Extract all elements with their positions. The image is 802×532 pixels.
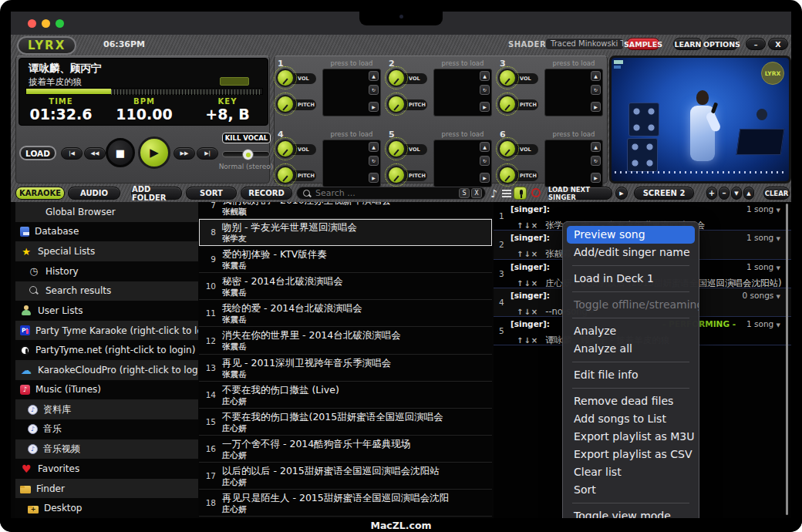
- song-row[interactable]: 12 消失在你的世界里 - 2014台北破浪演唱会 张震岳: [199, 327, 492, 354]
- close-button[interactable]: X: [768, 38, 788, 50]
- sample-slot[interactable]: ▲ ↻ ▶: [433, 69, 492, 116]
- sidebar-item[interactable]: ♪ 资料库: [15, 399, 198, 419]
- menu-item-clear-list[interactable]: Clear list: [563, 463, 699, 481]
- sidebar-item[interactable]: Finder: [15, 479, 198, 499]
- move-up-button[interactable]: ▲: [743, 187, 754, 200]
- reorder-remove-icons[interactable]: ↑↓×: [517, 279, 538, 288]
- zoom-out-button[interactable]: –: [719, 187, 730, 200]
- next-track-button[interactable]: ▶|: [197, 147, 218, 160]
- play-sample-icon[interactable]: ▶: [480, 102, 490, 112]
- loop-icon[interactable]: ↻: [369, 156, 379, 166]
- sample-slot[interactable]: ▲ ↻ ▶: [322, 69, 381, 116]
- play-sample-icon[interactable]: ▶: [591, 102, 601, 112]
- pitch-knob[interactable]: [276, 166, 295, 184]
- zoom-traffic-light[interactable]: [56, 19, 64, 28]
- sample-slot[interactable]: ▲ ↻ ▶: [322, 140, 381, 187]
- learn-button[interactable]: LEARN: [673, 38, 703, 50]
- menu-item-remove-dead-files[interactable]: Remove dead files: [563, 392, 699, 410]
- loop-icon[interactable]: ↻: [591, 85, 601, 95]
- sidebar-item[interactable]: ★ Special Lists: [15, 241, 198, 261]
- reorder-remove-icons[interactable]: ↑↓×: [517, 308, 538, 316]
- song-count-dropdown[interactable]: 0 songs ▼: [743, 291, 780, 300]
- search-x-button[interactable]: X: [471, 188, 482, 198]
- song-row[interactable]: 10 秘密 - 2014台北破浪演唱会 张震岳: [199, 273, 492, 300]
- load-next-singer-button[interactable]: LOAD NEXT SINGER: [548, 187, 612, 200]
- play-sample-icon[interactable]: ▶: [369, 102, 379, 112]
- record-indicator-icon[interactable]: [531, 188, 541, 197]
- minimize-traffic-light[interactable]: [42, 19, 50, 28]
- stop-button[interactable]: ■: [106, 138, 135, 167]
- volume-knob[interactable]: [387, 140, 406, 158]
- reorder-remove-icons[interactable]: ↑↓×: [517, 221, 538, 230]
- sidebar-item[interactable]: ♪ Music (iTunes): [15, 380, 198, 400]
- move-down-button[interactable]: ▼: [731, 187, 742, 200]
- menu-item-analyze-all[interactable]: Analyze all: [563, 340, 699, 358]
- song-row[interactable]: 16 一万个舍不得 - 2014酷狗音乐十年盛典现场 庄心妍: [199, 436, 492, 463]
- eject-icon[interactable]: ▲: [591, 71, 601, 81]
- reorder-remove-icons[interactable]: ↑↓×: [517, 336, 538, 345]
- sidebar-item[interactable]: + Desktop: [15, 498, 198, 518]
- samples-button[interactable]: SAMPLES: [626, 38, 660, 50]
- loop-icon[interactable]: ↻: [591, 156, 601, 166]
- search-s-button[interactable]: S: [459, 188, 470, 198]
- sample-slot[interactable]: ▲ ↻ ▶: [544, 69, 603, 116]
- karaoke-tab[interactable]: KARAOKE: [15, 187, 65, 200]
- record-button[interactable]: RECORD: [241, 187, 292, 200]
- song-row[interactable]: 8 吻别 - 学友光年世界巡回演唱会 张学友: [199, 219, 492, 246]
- eject-icon[interactable]: ▲: [480, 71, 490, 81]
- pitch-knob[interactable]: [498, 95, 517, 113]
- menu-item-export-playlist-as-csv[interactable]: Export playlist as CSV: [563, 446, 699, 463]
- song-row[interactable]: 17 以后的以后 - 2015甜妍蜜语全国巡回演唱会沈阳站 庄心妍: [199, 463, 492, 490]
- pitch-knob[interactable]: [276, 95, 295, 113]
- list-view-icon[interactable]: [502, 190, 511, 197]
- song-row[interactable]: 13 再见 - 2011深圳卫视跨年音乐季演唱会 张震岳: [199, 355, 492, 382]
- volume-knob[interactable]: [498, 140, 517, 158]
- volume-knob[interactable]: [276, 69, 295, 87]
- fast-forward-button[interactable]: ▶▶: [174, 147, 195, 160]
- audio-tab[interactable]: AUDIO: [68, 187, 120, 200]
- slider-knob[interactable]: [242, 149, 254, 160]
- menu-item-edit-file-info[interactable]: Edit file info: [563, 366, 699, 384]
- song-row[interactable]: 9 爱的初体验 - KTV版伴奏 张震岳: [199, 246, 492, 273]
- vocal-mode-slider[interactable]: [222, 151, 270, 157]
- microphone-toggle[interactable]: [514, 187, 527, 200]
- video-preview[interactable]: LYRX: [609, 56, 791, 184]
- song-count-dropdown[interactable]: 1 song ▼: [746, 319, 780, 328]
- clear-button[interactable]: CLEAR: [763, 187, 790, 200]
- reorder-remove-icons[interactable]: ↑↓×: [517, 250, 538, 258]
- menu-item-sort[interactable]: Sort: [563, 481, 699, 499]
- volume-knob[interactable]: [276, 140, 295, 158]
- menu-item-add-edit-singer-name[interactable]: Add/edit singer name: [563, 244, 699, 261]
- loop-icon[interactable]: ↻: [480, 85, 490, 95]
- search-field[interactable]: S X: [296, 187, 486, 200]
- volume-knob[interactable]: [498, 69, 517, 87]
- music-note-icon[interactable]: ♪: [490, 187, 497, 200]
- sidebar-item[interactable]: Database: [15, 222, 198, 242]
- song-count-dropdown[interactable]: 1 song ▼: [746, 233, 780, 242]
- kill-vocal-button[interactable]: KILL VOCAL: [222, 133, 271, 143]
- play-sample-icon[interactable]: ▶: [369, 173, 379, 183]
- menu-item-preview-song[interactable]: Preview song: [567, 226, 695, 244]
- sidebar-item[interactable]: ♥ Favorites: [15, 459, 198, 479]
- pitch-knob[interactable]: [387, 166, 406, 184]
- play-sample-icon[interactable]: ▶: [591, 173, 601, 183]
- close-traffic-light[interactable]: [28, 19, 36, 28]
- eject-icon[interactable]: ▲: [591, 142, 601, 152]
- sample-slot[interactable]: ▲ ↻ ▶: [544, 140, 603, 187]
- add-folder-button[interactable]: ADD FOLDER: [131, 187, 182, 200]
- song-row[interactable]: 11 我给的爱 - 2014台北破浪演唱会 张震岳: [199, 300, 492, 327]
- play-sample-icon[interactable]: ▶: [480, 173, 490, 183]
- advance-singer-button[interactable]: ▶: [615, 187, 628, 200]
- search-input[interactable]: [314, 187, 457, 199]
- song-row[interactable]: 7 我们说好的 - 2010江苏卫视新年演唱会 张靓颖: [199, 202, 492, 219]
- eject-icon[interactable]: ▲: [369, 142, 379, 152]
- loop-icon[interactable]: ↻: [480, 156, 490, 166]
- pitch-knob[interactable]: [387, 95, 406, 113]
- menu-item-add-songs-to-list[interactable]: Add songs to List: [563, 410, 699, 428]
- sidebar-item[interactable]: PartyTyme.net (right-click to login): [15, 340, 198, 360]
- song-count-dropdown[interactable]: 1 song ▼: [746, 262, 780, 271]
- sidebar-item[interactable]: Pt Party Tyme Karaoke (right-click to lo…: [15, 321, 198, 341]
- load-button[interactable]: LOAD: [19, 146, 56, 160]
- sidebar-item[interactable]: User Lists: [15, 301, 198, 321]
- menu-item-load-in-deck-1[interactable]: Load in Deck 1: [563, 270, 699, 288]
